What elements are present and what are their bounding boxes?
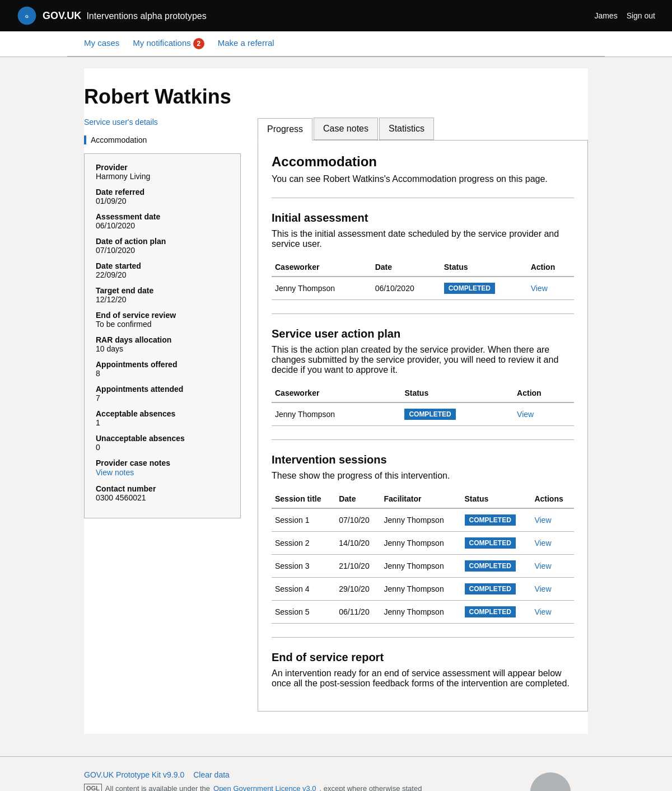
my-cases-link[interactable]: My cases	[84, 38, 119, 49]
separator-2	[272, 313, 574, 314]
prototype-kit-link[interactable]: GOV.UK Prototype Kit v9.9.0	[84, 770, 184, 779]
view-link[interactable]: View	[534, 561, 551, 570]
col-date-1: Date	[372, 258, 441, 277]
content-panel: Accommodation You can see Robert Watkins…	[258, 140, 588, 712]
col-caseworker-2: Caseworker	[272, 384, 401, 402]
caseworker-cell: Jenny Thompson	[272, 277, 372, 300]
contact-number-label: Contact number	[96, 484, 229, 493]
session-date-cell: 14/10/20	[335, 532, 380, 555]
view-link[interactable]: View	[517, 410, 534, 419]
appointments-offered-label: Appointments offered	[96, 360, 229, 369]
my-notifications-link[interactable]: My notifications2	[133, 38, 204, 49]
sidebar-active-item: Accommodation	[84, 135, 241, 144]
status-cell: COMPLETED	[441, 277, 528, 300]
col-status-3: Status	[461, 490, 531, 508]
accommodation-intro: You can see Robert Watkins's Accommodati…	[272, 174, 574, 184]
sign-out-link[interactable]: Sign out	[627, 11, 655, 20]
action-plan-desc: This is the action plan created by the s…	[272, 345, 574, 375]
brand-label: GOV.UK	[43, 10, 81, 21]
user-name-link[interactable]: James	[594, 11, 617, 20]
table-row: Session 5 06/11/20 Jenny Thompson COMPLE…	[272, 601, 574, 624]
footer-left: GOV.UK Prototype Kit v9.9.0 Clear data O…	[84, 770, 422, 791]
table-row: Session 2 14/10/20 Jenny Thompson COMPLE…	[272, 532, 574, 555]
view-link[interactable]: View	[531, 284, 548, 293]
view-link[interactable]: View	[534, 607, 551, 616]
sessions-heading: Intervention sessions	[272, 453, 574, 466]
status-badge: COMPLETED	[404, 409, 455, 420]
info-contact-number: Contact number 0300 4560021	[96, 484, 229, 502]
page-layout: Service user's details Accommodation Pro…	[84, 118, 588, 712]
info-box: Provider Harmony Living Date referred 01…	[84, 153, 241, 518]
make-referral-link[interactable]: Make a referral	[218, 38, 274, 49]
session-title-cell: Session 4	[272, 578, 335, 601]
session-title-cell: Session 3	[272, 555, 335, 578]
view-notes-link[interactable]: View notes	[96, 468, 134, 477]
session-action-cell: View	[531, 601, 574, 624]
status-badge: COMPLETED	[465, 537, 516, 549]
date-referred-value: 01/09/20	[96, 196, 229, 205]
session-date-cell: 07/10/20	[335, 508, 380, 532]
assessment-date-value: 06/10/2020	[96, 221, 229, 230]
separator-3	[272, 439, 574, 440]
license-link[interactable]: Open Government Licence v3.0	[213, 784, 316, 792]
appointments-offered-value: 8	[96, 369, 229, 378]
site-footer: GOV.UK Prototype Kit v9.9.0 Clear data O…	[0, 756, 672, 791]
clear-data-link[interactable]: Clear data	[193, 770, 230, 779]
footer-license: OGL All content is available under the O…	[84, 784, 422, 791]
initial-assessment-table: Caseworker Date Status Action Jenny Thom…	[272, 258, 574, 300]
notifications-label: My notifications	[133, 38, 190, 48]
action-cell: View	[514, 402, 574, 426]
col-facilitator: Facilitator	[381, 490, 461, 508]
col-actions-3: Actions	[531, 490, 574, 508]
contact-number-value: 0300 4560021	[96, 493, 229, 502]
rar-days-value: 10 days	[96, 344, 229, 353]
status-cell: COMPLETED	[401, 402, 514, 426]
acceptable-absences-value: 1	[96, 418, 229, 427]
footer-inner: GOV.UK Prototype Kit v9.9.0 Clear data O…	[67, 770, 605, 791]
info-provider: Provider Harmony Living	[96, 163, 229, 181]
initial-assessment-heading: Initial assessment	[272, 212, 574, 224]
info-appointments-attended: Appointments attended 7	[96, 385, 229, 402]
col-session-title: Session title	[272, 490, 335, 508]
crown-icon: G	[17, 6, 37, 26]
tab-case-notes[interactable]: Case notes	[314, 118, 378, 140]
initial-assessment-desc: This is the initial assessment date sche…	[272, 229, 574, 249]
provider-value: Harmony Living	[96, 172, 229, 181]
site-header: G GOV.UK Interventions alpha prototypes …	[0, 0, 672, 31]
ogl-logo: OGL	[84, 784, 102, 791]
separator-4	[272, 637, 574, 638]
view-link[interactable]: View	[534, 539, 551, 547]
info-assessment-date: Assessment date 06/10/2020	[96, 212, 229, 230]
action-plan-table: Caseworker Status Action Jenny Thompson …	[272, 384, 574, 426]
info-provider-case-notes: Provider case notes View notes	[96, 458, 229, 478]
action-plan-date-label: Date of action plan	[96, 237, 229, 246]
notifications-badge: 2	[193, 38, 204, 49]
view-link[interactable]: View	[534, 516, 551, 525]
unacceptable-absences-label: Unacceptable absences	[96, 434, 229, 443]
session-action-cell: View	[531, 555, 574, 578]
col-status-1: Status	[441, 258, 528, 277]
page-outer: Robert Watkins Service user's details Ac…	[67, 68, 605, 734]
info-target-end-date: Target end date 12/12/20	[96, 286, 229, 304]
session-facilitator-cell: Jenny Thompson	[381, 532, 461, 555]
session-date-cell: 29/10/20	[335, 578, 380, 601]
table-row: Jenny Thompson 06/10/2020 COMPLETED View	[272, 277, 574, 300]
table-row: Session 1 07/10/20 Jenny Thompson COMPLE…	[272, 508, 574, 532]
date-started-label: Date started	[96, 261, 229, 270]
target-end-date-label: Target end date	[96, 286, 229, 295]
target-end-date-value: 12/12/20	[96, 295, 229, 304]
col-status-2: Status	[401, 384, 514, 402]
sidebar: Service user's details Accommodation Pro…	[84, 118, 241, 518]
header-logo: G GOV.UK Interventions alpha prototypes	[17, 6, 207, 26]
tab-progress[interactable]: Progress	[258, 118, 312, 141]
session-status-cell: COMPLETED	[461, 555, 531, 578]
action-cell: View	[528, 277, 574, 300]
view-link[interactable]: View	[534, 584, 551, 593]
service-user-details-link[interactable]: Service user's details	[84, 118, 241, 127]
tab-statistics[interactable]: Statistics	[379, 118, 434, 140]
page-title: Robert Watkins	[84, 85, 588, 109]
session-status-cell: COMPLETED	[461, 578, 531, 601]
sidebar-nav: Service user's details	[84, 118, 241, 127]
session-status-cell: COMPLETED	[461, 601, 531, 624]
action-plan-heading: Service user action plan	[272, 327, 574, 340]
